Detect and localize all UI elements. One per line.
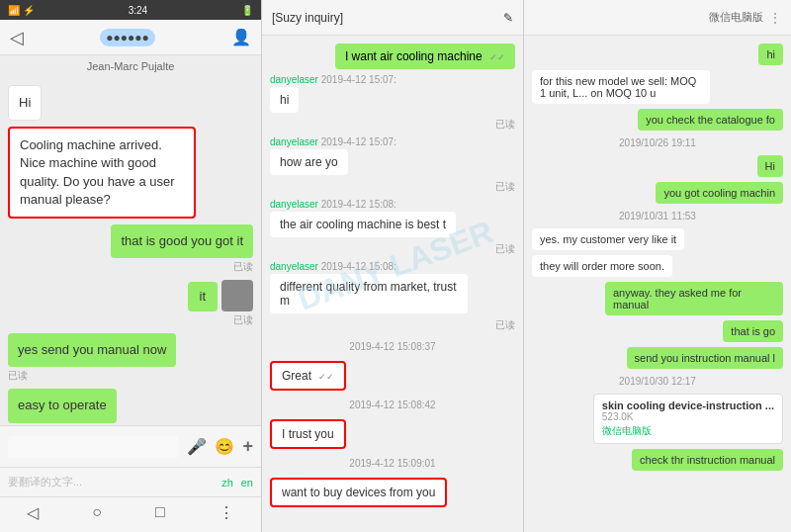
middle-chat-panel: [Suzy inquiry] ✎ I want air cooling mach…	[262, 0, 524, 532]
translate-bar: 要翻译的文字... zh en	[0, 467, 261, 496]
lang-zh[interactable]: zh	[221, 477, 233, 488]
middle-title: [Suzy inquiry]	[272, 11, 343, 25]
msg-it: it	[188, 282, 219, 311]
status-bar: 📶 ⚡ 3:24 🔋	[0, 0, 261, 20]
right-header-label: 微信电脑版	[709, 10, 763, 25]
translate-placeholder: 要翻译的文字...	[8, 475, 82, 489]
home-nav-icon[interactable]: ○	[92, 503, 102, 526]
right-timestamp-1: 2019/10/26 19:11	[532, 137, 783, 148]
right-chat-area[interactable]: hi for this new model we sell: MOQ 1 uni…	[524, 36, 791, 532]
file-title: skin cooling device-instruction ...	[602, 399, 774, 411]
status-right: 🔋	[241, 5, 253, 16]
mid-msg-howareyou: how are yo	[270, 149, 348, 175]
file-label: 微信电脑版	[602, 424, 774, 438]
read-status-3: 已读	[8, 369, 176, 383]
nav-bar: ◁ ○ □ ⋮	[0, 496, 261, 532]
right-msg-thatis: that is go	[723, 320, 783, 342]
avatar	[221, 280, 253, 311]
right-msg-instruction: send you instruction manual l	[627, 347, 783, 369]
left-chat-area[interactable]: Hi Cooling machine arrived. Nice machine…	[0, 77, 261, 425]
mid-sender-1: danyelaser 2019-4-12 15:07:	[270, 74, 396, 85]
back-nav-icon[interactable]: ◁	[27, 503, 39, 526]
right-msg-catalogue: you check the catalogue fo	[638, 109, 783, 131]
contact-name: Jean-Marc Pujalte	[0, 55, 261, 77]
mid-timestamp-3: 2019-4-12 15:09:01	[270, 458, 515, 469]
file-size: 523.0K	[602, 411, 774, 422]
mid-timestamp-2: 2019-4-12 15:08:42	[270, 399, 515, 410]
left-header: ◁ ●●●●●● 👤	[0, 20, 261, 55]
right-msg-hi: hi	[758, 44, 783, 65]
left-footer: 🎤 😊 +	[0, 425, 261, 467]
status-time: 3:24	[129, 5, 147, 16]
mid-msg-quality: different quality from market, trust m	[270, 274, 468, 313]
status-left: 📶 ⚡	[8, 5, 35, 16]
recent-nav-icon[interactable]: □	[155, 503, 165, 526]
right-chat-panel: 微信电脑版 ⋮ hi for this new model we sell: M…	[524, 0, 791, 532]
mid-read-1: 已读	[495, 118, 515, 132]
right-msg-customer: yes. my customer very like it	[532, 228, 684, 250]
right-msg-got-cooling: you got cooling machin	[656, 182, 783, 204]
mid-msg-air-cooling: I want air cooling machine ✓✓	[335, 44, 515, 69]
right-msg-hi2: Hi	[757, 155, 783, 177]
menu-nav-icon[interactable]: ⋮	[219, 503, 234, 526]
mid-msg-best: the air cooling machine is best t	[270, 212, 456, 237]
right-msg-order: they will order more soon.	[532, 255, 672, 277]
middle-header: [Suzy inquiry] ✎	[262, 0, 523, 36]
msg-cooling-arrived: Cooling machine arrived. Nice machine wi…	[8, 127, 196, 219]
right-header: 微信电脑版 ⋮	[524, 0, 791, 36]
mid-sender-3: danyelaser 2019-4-12 15:08:	[270, 199, 396, 210]
mic-icon[interactable]: 🎤	[187, 437, 207, 456]
msg-easy-to-operate: easy to operate	[8, 389, 117, 422]
msg-yes-send-manual: yes send you manual now	[8, 333, 176, 367]
mid-sender-2: danyelaser 2019-4-12 15:07:	[270, 136, 396, 147]
lang-en[interactable]: en	[241, 477, 253, 488]
right-header-icon: ⋮	[769, 11, 781, 25]
mid-read-2: 已读	[495, 180, 515, 194]
mid-sender-4: danyelaser 2019-4-12 15:08:	[270, 261, 396, 272]
mid-msg-hi: hi	[270, 87, 299, 113]
message-input[interactable]	[8, 436, 179, 458]
right-msg-file-card: skin cooling device-instruction ... 523.…	[593, 394, 783, 444]
left-header-contact: ●●●●●●	[100, 29, 155, 46]
mid-msg-buy: want to buy devices from you	[270, 478, 447, 507]
add-icon[interactable]: +	[242, 436, 253, 457]
mid-msg-great: Great ✓✓	[270, 361, 346, 391]
right-timestamp-3: 2019/10/30 12:17	[532, 376, 783, 387]
main-container: DANY LASER 📶 ⚡ 3:24 🔋 ◁ ●●●●●● 👤 Jean-Ma…	[0, 0, 791, 532]
read-status-2: 已读	[233, 313, 253, 327]
right-msg-manual-req: anyway. they asked me for manual	[605, 282, 783, 315]
mid-read-4: 已读	[495, 318, 515, 332]
right-msg-check-instruction: check thr instruction manual	[632, 449, 783, 471]
msg-that-is-good: that is good you got it	[111, 224, 253, 258]
person-icon[interactable]: 👤	[231, 28, 251, 46]
middle-chat-area[interactable]: I want air cooling machine ✓✓ danyelaser…	[262, 36, 523, 532]
right-msg-moq: for this new model we sell: MOQ 1 unit, …	[532, 70, 710, 104]
mid-read-3: 已读	[495, 242, 515, 256]
edit-icon[interactable]: ✎	[503, 11, 513, 25]
msg-hi: Hi	[8, 85, 42, 121]
mid-timestamp-1: 2019-4-12 15:08:37	[270, 341, 515, 352]
left-header-placeholder: ◁	[10, 27, 24, 48]
emoji-icon[interactable]: 😊	[215, 437, 234, 456]
read-status-1: 已读	[233, 260, 253, 274]
right-timestamp-2: 2019/10/31 11:53	[532, 211, 783, 222]
mid-msg-trust: I trust you	[270, 419, 346, 449]
left-chat-panel: 📶 ⚡ 3:24 🔋 ◁ ●●●●●● 👤 Jean-Marc Pujalte …	[0, 0, 262, 532]
